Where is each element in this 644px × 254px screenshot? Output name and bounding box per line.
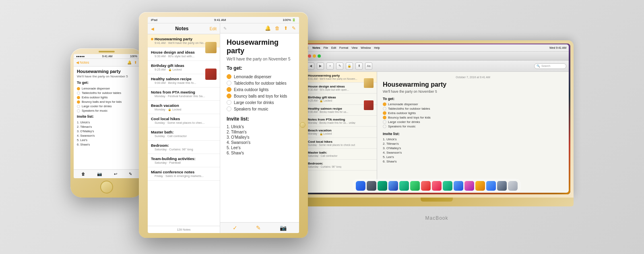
macos-compose-button[interactable]: ✎	[336, 62, 343, 70]
dock-finder-icon[interactable]	[356, 181, 365, 191]
checkbox-filled	[77, 87, 80, 90]
ipad-edit-icon[interactable]: ✎	[292, 25, 296, 31]
dock-numbers-icon[interactable]	[443, 181, 452, 191]
iphone-delete-icon[interactable]: 🗑	[81, 172, 85, 176]
iphone-time: 9:41 AM	[102, 55, 113, 58]
ipad-checklist: Lemonade dispenser Tablecloths for outdo…	[227, 73, 293, 112]
ipad-note-item-beach[interactable]: Beach vacation Monday · 🔒 Locked	[148, 101, 220, 114]
iphone-undo-icon[interactable]: ↩	[114, 172, 117, 176]
macos-note-item-hikes[interactable]: Cool local hikes Sunday · Some neat plac…	[305, 138, 377, 149]
macos-note-item-house[interactable]: House design and ideas 9:30 AM · 50's st…	[305, 83, 377, 94]
ipad-note-item-salmon[interactable]: Healthy salmon recipe 9:00 AM · Becky ma…	[148, 74, 220, 87]
ipad-note-list: Housewarming party 9:41 AM · We'll have …	[148, 34, 220, 226]
macos-note-detail-subtitle: We'll have the party on November 5	[383, 90, 563, 94]
unread-dot	[151, 38, 153, 40]
macos-menu-file[interactable]: File	[324, 46, 328, 49]
list-item: Speakers for music	[383, 124, 563, 129]
note-title: Notes from PTA meeting	[151, 90, 217, 94]
iphone-invite-section: Invite list:	[74, 114, 140, 119]
ipad-note-item-house[interactable]: House design and ideas 9:30 AM · 60's st…	[148, 48, 220, 61]
ipad-camera-icon[interactable]: 📷	[280, 225, 287, 231]
ipad-sidebar: ◀ Notes Edit Housewarming party 9:41 AM …	[148, 23, 220, 233]
ipad-edit-button[interactable]: Edit	[210, 27, 217, 31]
macos-new-note-button[interactable]: +	[326, 62, 334, 70]
checkbox-empty	[77, 92, 80, 95]
checkbox-filled	[227, 74, 231, 79]
ipad-note-item-teambuilding[interactable]: Team-building activities: Saturday · Pai…	[148, 154, 220, 167]
macos-menu-window[interactable]: Window	[361, 46, 371, 49]
iphone-home-button[interactable]	[100, 181, 113, 194]
note-title: Healthy salmon recipe	[151, 77, 205, 81]
dock-launchpad-icon[interactable]	[367, 181, 376, 191]
ipad-note-item-pta[interactable]: Notes from PTA meeting Monday · Festival…	[148, 87, 220, 101]
iphone-checklist: Lemonade dispenser Tablecloths for outdo…	[74, 85, 140, 114]
ipad-check-icon[interactable]: ✓	[233, 225, 237, 231]
note-thumbnail	[205, 42, 217, 53]
note-meta: Sunday · Some neat places to check out:	[308, 144, 374, 146]
macos-menu-edit[interactable]: Edit	[331, 46, 336, 49]
list-item: 2. Tillman's	[77, 125, 136, 129]
close-window-button[interactable]	[308, 54, 311, 58]
macos-font-button[interactable]: Aa	[365, 62, 372, 70]
note-title: Birthday gift ideas	[308, 96, 374, 99]
dock-itunes-icon[interactable]	[432, 181, 442, 191]
note-meta: Saturday · Curtains: 96" long	[308, 165, 374, 168]
dock-keynote-icon[interactable]	[454, 181, 463, 191]
dock-mail-icon[interactable]	[388, 181, 398, 191]
dock-messages-icon[interactable]	[399, 181, 409, 191]
dock-facetime-icon[interactable]	[410, 181, 420, 191]
ipad-delete-icon[interactable]: 🗑	[275, 25, 280, 31]
macos-note-item-pta[interactable]: Notes from PTA meeting Monday · Becky ma…	[305, 116, 377, 127]
iphone-notification-icon[interactable]: 🔔	[127, 60, 132, 65]
dock-safari-icon[interactable]	[378, 181, 387, 191]
macos-lock-button[interactable]: 🔒	[346, 62, 353, 70]
ipad-note-item-bedroom[interactable]: Bedroom: Saturday · Curtains: 96" long	[148, 141, 220, 154]
macos-note-detail-title: Housewarming party	[383, 81, 563, 88]
iphone-compose-icon[interactable]: ✎	[129, 172, 132, 176]
ipad-sketch-icon[interactable]: ✎	[256, 225, 261, 231]
macos-search-field[interactable]: 🔍 Search	[534, 63, 566, 69]
list-item: Tablecloths for outdoor tables	[77, 91, 136, 95]
macos-back-button[interactable]: ◀	[307, 62, 314, 70]
maximize-window-button[interactable]	[318, 54, 321, 58]
macos-menu-notes[interactable]: Notes	[312, 46, 320, 49]
dock-photos-icon[interactable]	[421, 181, 431, 191]
ipad-to-get-section: To get:	[227, 65, 293, 71]
ipad-note-item-masterbath[interactable]: Master bath: Sunday · Call contractor	[148, 127, 220, 141]
list-item: Large cooler for drinks	[227, 99, 293, 106]
iphone-battery: 100%	[130, 55, 137, 58]
macos-menu-view[interactable]: View	[351, 46, 357, 49]
ipad-invite-section: Invite list:	[227, 116, 293, 122]
iphone-share-icon[interactable]: ⬆	[134, 60, 137, 65]
ipad-sidebar-back[interactable]: ◀	[151, 27, 154, 31]
ipad-note-item-miami[interactable]: Miami conference notes Friday · Sales in…	[148, 167, 220, 181]
ipad-note-main-subtitle: We'll have the party on November 5	[227, 57, 293, 61]
iphone-camera-icon[interactable]: 📷	[97, 172, 102, 176]
macos-share-button[interactable]: ⬆	[355, 62, 363, 70]
macos-note-item-bedroom[interactable]: Bedroom: Saturday · Curtains: 96" long	[305, 160, 377, 171]
macos-note-item-beach[interactable]: Beach vacation Monday · 🔒 Locked	[305, 127, 377, 138]
minimize-window-button[interactable]	[313, 54, 316, 58]
macos-note-item-masterbath[interactable]: Master bath: Saturday · Call contractor	[305, 149, 377, 160]
macos-note-item-salmon[interactable]: Healthy salmon recipe 9:00 AM · Becky ma…	[305, 105, 377, 116]
list-item: Speakers for music	[77, 108, 136, 113]
macos-menu-format[interactable]: Format	[339, 46, 348, 49]
ipad-share-icon[interactable]: ⬆	[284, 25, 288, 31]
macos-forward-button[interactable]: ▶	[317, 62, 324, 70]
note-meta: 9:00 AM · Becky made this for us...	[308, 110, 374, 113]
macos-menu-help[interactable]: Help	[374, 46, 380, 49]
iphone-device: ●●●●● 9:41 AM 100% ◀ Notes 🔔 ⬆ Housewarm…	[70, 48, 143, 198]
dock-ibooks-icon[interactable]	[475, 181, 485, 191]
ipad-note-item-hikes[interactable]: Cool local hikes Sunday · Some neat plac…	[148, 114, 220, 127]
note-meta: Sunday · Call contractor	[151, 134, 217, 138]
dock-trash-icon[interactable]	[508, 181, 518, 191]
dock-appstore-icon[interactable]	[486, 181, 496, 191]
macos-invite-section: Invite list:	[383, 132, 563, 136]
ipad-notification-icon[interactable]: 🔔	[265, 25, 271, 31]
dock-systemprefs-icon[interactable]	[497, 181, 507, 191]
ipad-home-button[interactable]	[300, 122, 305, 128]
iphone-nav-icons: 🔔 ⬆	[127, 60, 137, 65]
note-meta: 9:30 AM · 50's style but with open...	[308, 88, 374, 91]
dock-music-icon[interactable]	[464, 181, 474, 191]
iphone-back-button[interactable]: ◀ Notes	[76, 60, 89, 65]
